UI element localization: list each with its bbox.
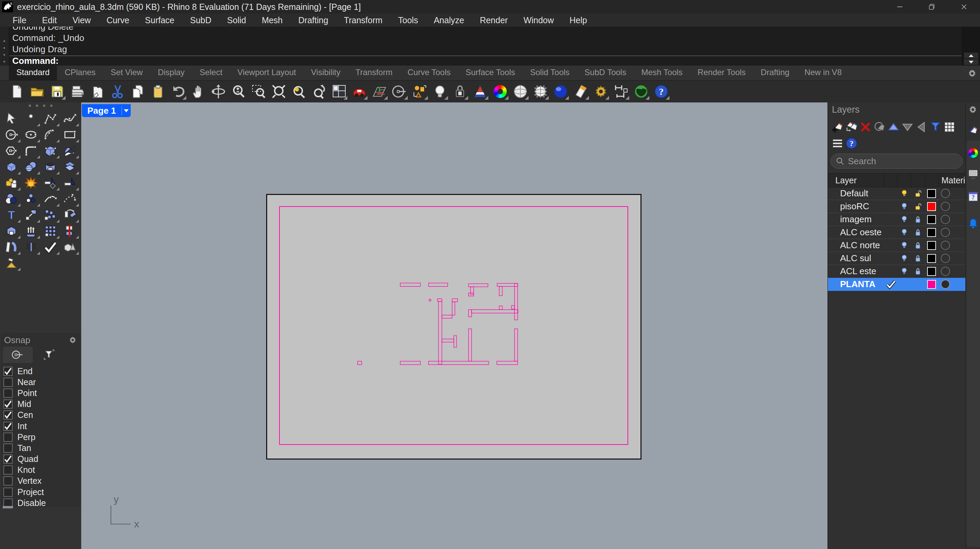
paste-button[interactable] — [150, 83, 166, 100]
layer-current-cell[interactable] — [884, 213, 897, 226]
osnap-checkbox-perp[interactable] — [3, 432, 13, 442]
osnap-checkbox-quad[interactable] — [3, 455, 13, 464]
layer-row-alc-norte[interactable]: ALC norte — [828, 239, 965, 252]
surface-from-curves-tool[interactable] — [60, 143, 80, 159]
layer-name[interactable]: Default — [828, 188, 884, 199]
array-tool[interactable] — [41, 207, 60, 223]
rebuild-curve-tool[interactable] — [60, 191, 80, 207]
boolean-dots-tool[interactable] — [22, 191, 41, 207]
layer-color-swatch[interactable] — [927, 189, 936, 198]
layer-color-swatch[interactable] — [927, 228, 936, 237]
material-circle-icon[interactable] — [941, 228, 950, 237]
toolbar-tab-visibility[interactable]: Visibility — [303, 65, 348, 80]
toolbar-tab-new-in-v8[interactable]: New in V8 — [797, 65, 849, 80]
layer-current-cell[interactable] — [884, 265, 897, 278]
layout-shapes-button[interactable] — [412, 83, 428, 100]
settings-gears-button[interactable] — [593, 83, 609, 100]
extrude-tool[interactable] — [22, 223, 41, 239]
layer-material-cell[interactable] — [939, 227, 952, 239]
undo-button[interactable] — [170, 83, 186, 100]
new-sublayer-button[interactable] — [845, 120, 859, 134]
layer-material-cell[interactable] — [939, 239, 952, 252]
layer-color-cell[interactable] — [925, 187, 939, 200]
osnap-resize-grip[interactable] — [3, 506, 13, 508]
osnap-option-disable[interactable]: Disable — [3, 498, 79, 508]
viewport-layout-button[interactable] — [331, 83, 347, 100]
layers-gear-icon[interactable] — [967, 104, 978, 115]
render-earth-button[interactable] — [633, 83, 649, 100]
layer-row-planta[interactable]: PLANTA — [828, 278, 965, 291]
help-button[interactable]: ? — [653, 83, 670, 100]
control-point-curve-tool[interactable] — [41, 111, 60, 127]
text-tool[interactable]: T — [2, 207, 22, 223]
notifications-panel-tab[interactable] — [967, 217, 979, 230]
layer-current-cell[interactable] — [884, 187, 897, 200]
rotate-view-button[interactable] — [210, 83, 227, 100]
layer-grid-button[interactable] — [942, 120, 956, 134]
material-circle-icon[interactable] — [941, 254, 950, 263]
menu-view[interactable]: View — [65, 14, 99, 27]
layer-lock-toggle[interactable] — [911, 200, 925, 213]
material-circle-icon[interactable] — [941, 202, 950, 211]
filter-layers-button[interactable] — [929, 120, 942, 134]
cplane-button[interactable] — [371, 83, 388, 100]
fillet-curve-tool[interactable] — [22, 143, 41, 159]
layer-color-cell[interactable] — [925, 213, 939, 226]
layer-lock-toggle[interactable] — [911, 213, 925, 226]
close-button[interactable] — [948, 0, 980, 14]
osnap-option-int[interactable]: Int — [3, 421, 79, 432]
layer-material-cell[interactable] — [939, 252, 952, 265]
open-file-button[interactable] — [29, 83, 45, 100]
adjust-curve-tool[interactable] — [41, 191, 60, 207]
page-tab[interactable]: Page 1 — [82, 104, 131, 117]
palette-drag-handle[interactable] — [0, 104, 81, 108]
menu-tools[interactable]: Tools — [390, 14, 426, 27]
render-sphere-button[interactable] — [552, 83, 569, 100]
osnap-option-end[interactable]: End — [3, 365, 79, 377]
help-panel-tab[interactable]: ? — [967, 190, 979, 203]
osnap-option-project[interactable]: Project — [3, 487, 79, 498]
menu-render[interactable]: Render — [472, 14, 515, 27]
osnap-option-knot[interactable]: Knot — [3, 464, 79, 476]
layer-visibility-toggle[interactable] — [897, 239, 911, 252]
layer-visibility-toggle[interactable] — [897, 187, 911, 200]
osnap-option-mid[interactable]: Mid — [3, 399, 79, 410]
layer-row-acl-este[interactable]: ACL este — [828, 265, 965, 278]
spotlight-button[interactable] — [573, 83, 589, 100]
layer-name[interactable]: PLANTA — [828, 279, 884, 289]
layout-viewport[interactable]: Page 1 y x — [81, 102, 827, 549]
osnap-option-perp[interactable]: Perp — [3, 432, 79, 442]
explode-tool[interactable] — [22, 175, 41, 191]
car-display-button[interactable] — [351, 83, 368, 100]
layer-current-cell[interactable] — [884, 278, 897, 290]
page-tab-dropdown[interactable] — [121, 106, 131, 115]
osnap-checkbox-project[interactable] — [3, 488, 13, 497]
new-layer-button[interactable] — [830, 120, 845, 134]
mirror-tool[interactable] — [60, 207, 80, 223]
select-cursor-tool[interactable] — [2, 111, 22, 127]
osnap-gear-icon[interactable] — [68, 335, 78, 345]
layer-visibility-toggle[interactable] — [897, 213, 911, 226]
surface-3pt-tool[interactable] — [41, 143, 60, 159]
menu-window[interactable]: Window — [515, 14, 562, 27]
command-input[interactable]: Command: — [12, 56, 59, 65]
menu-edit[interactable]: Edit — [34, 14, 65, 27]
material-circle-icon[interactable] — [941, 279, 950, 289]
layer-visibility-toggle[interactable] — [897, 278, 911, 290]
layer-material-cell[interactable] — [939, 213, 952, 226]
layer-lock-toggle[interactable] — [911, 252, 925, 265]
layer-name[interactable]: pisoRC — [828, 201, 884, 212]
circle-tool[interactable] — [2, 127, 22, 143]
move-layer-up-button[interactable] — [886, 120, 900, 134]
osnap-option-quad[interactable]: Quad — [3, 454, 79, 464]
layer-color-cell[interactable] — [925, 239, 939, 252]
interpolate-curve-tool[interactable] — [60, 111, 80, 127]
collapse-layers-button[interactable] — [915, 120, 929, 134]
toolbar-gear-icon[interactable] — [966, 68, 978, 79]
command-scroll-down-button[interactable] — [964, 59, 978, 65]
menu-file[interactable]: File — [5, 14, 34, 27]
toolbar-tab-mesh-tools[interactable]: Mesh Tools — [634, 65, 690, 80]
layer-visibility-toggle[interactable] — [897, 200, 911, 213]
box-tool[interactable] — [2, 159, 22, 175]
toolbar-tab-surface-tools[interactable]: Surface Tools — [458, 65, 522, 80]
